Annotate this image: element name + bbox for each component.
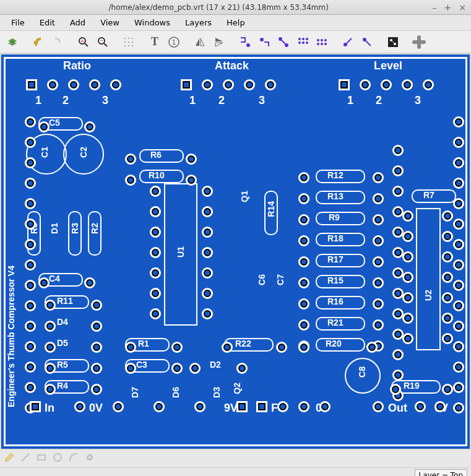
pad [25,116,36,128]
drc-icon[interactable] [384,33,402,51]
minimize-button[interactable]: – [433,2,437,12]
pad [171,363,183,374]
arc-tool-icon[interactable] [68,452,79,465]
pad [153,401,165,412]
close-button[interactable]: × [459,2,466,12]
svg-point-22 [298,38,301,40]
ref-q1: Q1 [240,191,249,202]
ref-c1: C1 [40,147,50,158]
ref-d7: D7 [130,387,140,398]
pad [45,363,56,374]
pad-array-2-icon[interactable] [313,33,331,51]
io-9v: 9V [224,402,238,415]
menu-file[interactable]: File [5,16,31,29]
pad-tool-1-icon[interactable] [236,33,254,51]
pad [373,319,384,331]
pad [202,267,213,279]
rect-tool-icon[interactable] [36,452,47,465]
pad [84,277,95,288]
pad [298,172,309,183]
ref-r5: R5 [57,360,68,370]
flip-vertical-icon[interactable] [210,33,228,51]
pad [298,235,309,246]
menu-edit[interactable]: Edit [33,16,61,29]
pot2-num1: 1 [189,94,196,107]
ref-r4: R4 [57,381,68,391]
svg-point-18 [260,38,264,41]
pad [298,298,309,309]
pad [402,210,413,222]
number-tool-icon[interactable]: 1 [165,33,183,51]
pad [442,231,453,242]
redo-icon[interactable] [49,33,66,51]
svg-point-7 [128,38,129,39]
svg-point-28 [317,39,319,41]
pad [453,157,464,168]
track-tool-1-icon[interactable] [339,33,356,51]
pad [298,401,309,412]
svg-point-11 [132,41,133,43]
flip-horizontal-icon[interactable] [191,33,209,51]
pad [402,79,413,90]
pot1-num3: 3 [102,94,108,107]
pad [222,342,233,353]
track-tool-2-icon[interactable] [358,33,376,51]
svg-point-41 [54,454,61,461]
pad [25,259,36,270]
tool-palette [0,450,471,467]
ref-r11: R11 [57,296,73,306]
pad [150,288,161,299]
pencil-tool-icon[interactable] [4,452,15,465]
pad [373,256,384,267]
svg-point-8 [132,38,133,39]
pad [373,235,384,246]
grid-icon[interactable] [120,33,137,51]
ref-d4: D4 [57,317,68,327]
ref-r18: R18 [327,233,344,243]
menu-help[interactable]: Help [220,16,251,29]
svg-line-1 [85,43,88,46]
pad [319,401,331,412]
pad-array-1-icon[interactable] [294,33,311,51]
pad-place-icon[interactable] [84,452,95,465]
circle-tool-icon[interactable] [52,452,63,465]
pad-tool-2-icon[interactable] [256,33,273,51]
pad [189,363,201,374]
plus-icon[interactable] [410,33,428,51]
ref-r7: R7 [423,190,434,200]
pad [453,178,464,189]
ref-r21: R21 [327,318,344,327]
text-tool-icon[interactable]: T [146,33,163,51]
pad-tool-3-icon[interactable] [275,33,292,51]
ref-d1: D1 [50,223,59,234]
ref-c6: C6 [257,274,267,285]
pad [453,259,464,270]
menu-add[interactable]: Add [64,16,92,29]
pad [244,79,255,90]
zoom-out-icon[interactable]: − [94,33,111,51]
menu-layers[interactable]: Layers [179,16,218,29]
pad [202,227,213,238]
zoom-in-icon[interactable]: + [75,33,92,51]
window-title: /home/alex/demo_pcb.vrt (17 x 21) (43.18… [5,3,433,12]
pad [84,121,95,132]
pad [402,292,413,303]
pad [434,401,446,412]
undo-icon[interactable] [30,33,47,51]
pcb-canvas[interactable]: Ratio Attack Level 1 2 3 1 2 3 1 2 3 Eng… [1,54,470,449]
pad [373,214,384,225]
pad [26,79,37,90]
menu-view[interactable]: View [94,16,126,29]
maximize-button[interactable]: + [444,2,452,12]
layer-stack-icon[interactable] [4,33,21,51]
pad [402,333,413,344]
pad [45,321,56,332]
pad [125,342,136,353]
pad [25,219,36,230]
line-tool-icon[interactable] [20,452,31,465]
layer-indicator[interactable]: Layer = Top [415,469,467,477]
pad [181,79,192,90]
menu-windows[interactable]: Windows [128,16,176,29]
pad [68,79,79,90]
svg-point-25 [298,41,301,44]
